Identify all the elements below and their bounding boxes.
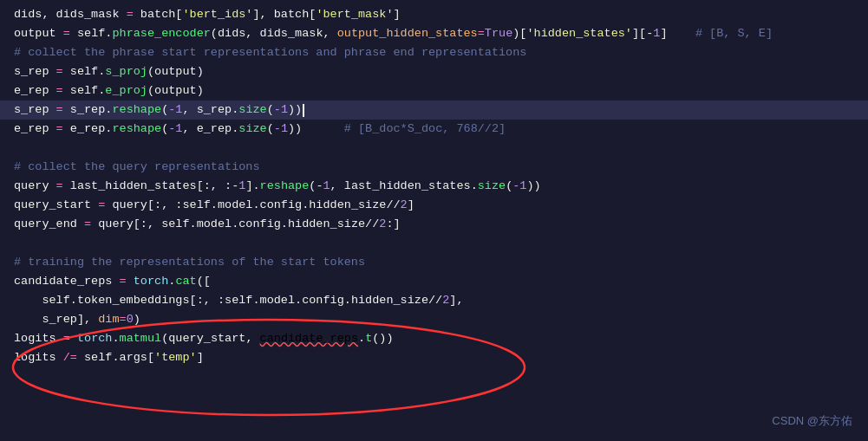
token: = [56,120,63,139]
token: ] [408,196,414,215]
token: . [358,329,365,348]
token: [:, :self.model.config.hidden_size// [147,196,401,215]
token: (query_start, [161,329,259,348]
token: = [84,215,91,234]
token: -1 [512,177,526,196]
token: ()) [372,329,393,348]
token: # [B, S, E] [695,24,773,43]
token: ], batch[ [252,5,316,24]
token: size [238,120,266,139]
token: self. [63,62,106,81]
token: -1 [274,101,288,120]
code-line: logits = torch.matmul(query_start, candi… [0,329,868,348]
token: = [56,101,63,120]
token: . [112,329,119,348]
token: s_rep [14,310,77,329]
token: ( [267,101,274,120]
token: last_hidden_states [63,177,197,196]
token: # [B_doc*S_doc, 768//2] [344,120,506,139]
token: )) [288,101,302,120]
token: ], [77,310,98,329]
token: (- [309,177,323,196]
token: t [365,329,372,348]
token: ( [161,120,168,139]
code-line: output = self.phrase_encoder(dids, dids_… [0,24,868,43]
token: = [56,62,63,81]
token: -1 [274,120,288,139]
token: [:, :self.model.config.hidden_size// [190,291,443,310]
token: s_rep [14,101,56,120]
token: True [485,24,512,43]
token: e_rep [14,120,56,139]
token: 2 [401,196,408,215]
token: logits [14,329,63,348]
token: )) [288,120,344,139]
token: self.args [77,348,147,367]
token: ( [506,177,512,196]
token: ( [161,101,168,120]
token: ] [660,24,695,43]
token: 1 [238,177,245,196]
code-editor: dids, dids_mask = batch['bert_ids'], bat… [0,0,868,441]
token: reshape [112,101,161,120]
token: output [14,24,63,43]
token: ], [449,291,463,310]
token: dids, dids_mask [14,5,127,24]
token: = [63,329,70,348]
token: = [127,5,134,24]
token: (output) [147,62,204,81]
token: candidate_reps [260,329,358,348]
code-line: query = last_hidden_states[:, :-1].resha… [0,177,868,196]
code-line: e_rep = e_rep.reshape(-1, e_rep.size(-1)… [0,120,868,139]
code-line: # collect the phrase start representatio… [0,43,868,62]
token: size [238,101,266,120]
token: = [56,177,63,196]
token: batch [134,5,176,24]
token: s_proj [105,62,147,81]
token: 'bert_mask' [316,5,393,24]
token: = [63,24,70,43]
token: = [120,310,127,329]
token: size [478,177,506,196]
token: [ [147,348,154,367]
token: 'temp' [154,348,197,367]
cursor [303,104,304,117]
code-line: query_end = query[:, self.model.config.h… [0,215,868,234]
token: self. [63,81,106,101]
code-line: e_rep = self.e_proj(output) [0,81,868,101]
token: ( [267,120,274,139]
token: phrase_encoder [112,24,210,43]
token: 1 [323,177,330,196]
token: = [120,272,127,291]
token: ] [197,348,204,367]
token: e_rep. [63,120,113,139]
token: candidate_reps [14,272,120,291]
token [127,272,134,291]
token: 0 [127,310,134,329]
token: , last_hidden_states. [330,177,478,196]
code-line-selected: s_rep = s_rep.reshape(-1, s_rep.size(-1)… [0,101,868,120]
token: [:, self.model.config.hidden_size// [134,215,380,234]
code-line: s_rep = self.s_proj(output) [0,62,868,81]
token: :] [386,215,400,234]
token: reshape [112,120,161,139]
token: logits [14,348,63,367]
token: -1 [168,120,182,139]
token: query [105,196,147,215]
token: s_rep [14,62,56,81]
token: ) [134,310,140,329]
token: ([ [197,272,211,291]
token: . [168,272,175,291]
code-line: s_rep], dim=0) [0,310,868,329]
token: 'hidden_states' [526,24,632,43]
token: ]. [245,177,259,196]
token: e_rep [14,81,56,101]
token: query [91,215,134,234]
token: 2 [442,291,449,310]
token: # collect the query representations [14,158,260,177]
token: output_hidden_states [337,24,478,43]
token: s_rep. [63,101,113,120]
token: cat [175,272,196,291]
token: torch [134,272,169,291]
token: query_end [14,215,84,234]
